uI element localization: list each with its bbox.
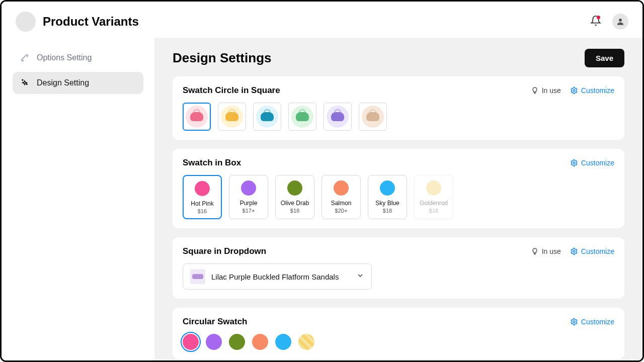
top-bar: Product Variants — [2, 2, 642, 38]
chevron-down-icon — [356, 272, 364, 282]
circular-swatch[interactable] — [229, 334, 245, 350]
dropdown-thumbnail — [190, 269, 205, 284]
sparkles-icon — [20, 78, 30, 88]
swatch-box[interactable]: Goldenrod$18 — [414, 175, 453, 219]
brand: Product Variants — [16, 12, 139, 32]
circular-swatch[interactable] — [275, 334, 291, 350]
svg-point-0 — [619, 19, 622, 22]
swatch-price: $20+ — [335, 208, 348, 214]
color-dot — [380, 180, 395, 196]
gear-icon — [570, 159, 578, 167]
dropdown-selected: Lilac Purple Buckled Flatform Sandals — [211, 273, 339, 281]
user-avatar[interactable] — [612, 14, 628, 30]
customize-link[interactable]: Customize — [570, 247, 614, 255]
lightbulb-icon — [531, 86, 539, 95]
sidebar: Options Setting Design Setting — [2, 38, 154, 360]
swatch-tile[interactable] — [288, 103, 316, 131]
gear-icon — [570, 247, 578, 255]
circular-swatch[interactable] — [252, 334, 268, 350]
circular-swatch[interactable] — [183, 334, 199, 350]
customize-link[interactable]: Customize — [570, 86, 614, 95]
in-use-indicator: In use — [531, 247, 561, 255]
notifications-button[interactable] — [590, 15, 601, 28]
wrench-icon — [20, 53, 30, 63]
swatch-price: $17+ — [243, 208, 255, 214]
sidebar-item-label: Options Setting — [37, 53, 92, 62]
swatch-tile[interactable] — [253, 103, 281, 131]
svg-point-2 — [573, 162, 575, 164]
swatch-name: Hot Pink — [191, 200, 213, 207]
sidebar-item-design-setting[interactable]: Design Setting — [13, 72, 143, 94]
section-title: Swatch in Box — [183, 158, 241, 168]
swatch-tile[interactable] — [183, 103, 211, 131]
swatch-price: $18 — [383, 208, 392, 214]
swatch-box[interactable]: Sky Blue$18 — [368, 175, 407, 219]
swatch-price: $18 — [290, 208, 299, 214]
sidebar-item-label: Design Setting — [37, 78, 89, 87]
section-title: Circular Swatch — [183, 317, 248, 327]
notification-badge — [597, 16, 600, 19]
svg-point-4 — [573, 321, 575, 323]
page-header: Design Settings Save — [173, 49, 624, 67]
color-dot — [426, 180, 441, 196]
color-dot — [334, 180, 349, 196]
color-dot — [241, 180, 256, 196]
swatch-name: Purple — [240, 200, 258, 207]
swatch-name: Olive Drab — [281, 200, 309, 207]
swatch-box[interactable]: Hot Pink$16 — [183, 175, 222, 219]
customize-link[interactable]: Customize — [570, 159, 614, 167]
swatch-box[interactable]: Purple$17+ — [229, 175, 268, 219]
swatch-tile[interactable] — [324, 103, 352, 131]
topbar-actions — [590, 14, 628, 30]
swatch-box[interactable]: Salmon$20+ — [321, 175, 361, 219]
svg-point-3 — [573, 250, 575, 252]
swatch-price: $16 — [198, 208, 207, 214]
user-icon — [616, 17, 625, 26]
sidebar-item-options-setting[interactable]: Options Setting — [13, 47, 143, 69]
brand-logo — [16, 12, 36, 32]
brand-title: Product Variants — [43, 15, 139, 29]
section-swatch-circle-square: Swatch Circle in Square In use Customize — [173, 76, 624, 140]
lightbulb-icon — [531, 247, 539, 255]
section-title: Square in Dropdown — [183, 246, 266, 256]
page-title: Design Settings — [173, 50, 271, 66]
gear-icon — [570, 318, 578, 326]
section-title: Swatch Circle in Square — [183, 85, 280, 96]
customize-link[interactable]: Customize — [570, 318, 614, 326]
swatch-name: Goldenrod — [420, 200, 448, 207]
svg-point-1 — [573, 89, 575, 92]
save-button[interactable]: Save — [585, 49, 624, 67]
color-dot — [287, 180, 302, 196]
main-content: Design Settings Save Swatch Circle in Sq… — [154, 38, 642, 360]
section-circular-swatch: Circular Swatch Customize — [173, 308, 624, 359]
circular-swatch[interactable] — [206, 334, 222, 350]
section-square-dropdown: Square in Dropdown In use Customize Lila… — [173, 237, 624, 299]
variant-dropdown[interactable]: Lilac Purple Buckled Flatform Sandals — [183, 263, 372, 290]
section-swatch-box: Swatch in Box Customize Hot Pink$16Purpl… — [173, 149, 624, 228]
gear-icon — [570, 86, 578, 95]
circular-swatch[interactable] — [298, 334, 314, 350]
swatch-name: Sky Blue — [375, 200, 399, 207]
swatch-box[interactable]: Olive Drab$18 — [275, 175, 314, 219]
swatch-price: $18 — [429, 208, 438, 214]
swatch-tile[interactable] — [359, 103, 387, 131]
in-use-indicator: In use — [531, 86, 561, 95]
color-dot — [195, 181, 210, 196]
swatch-tile[interactable] — [218, 103, 246, 131]
swatch-name: Salmon — [331, 200, 352, 207]
